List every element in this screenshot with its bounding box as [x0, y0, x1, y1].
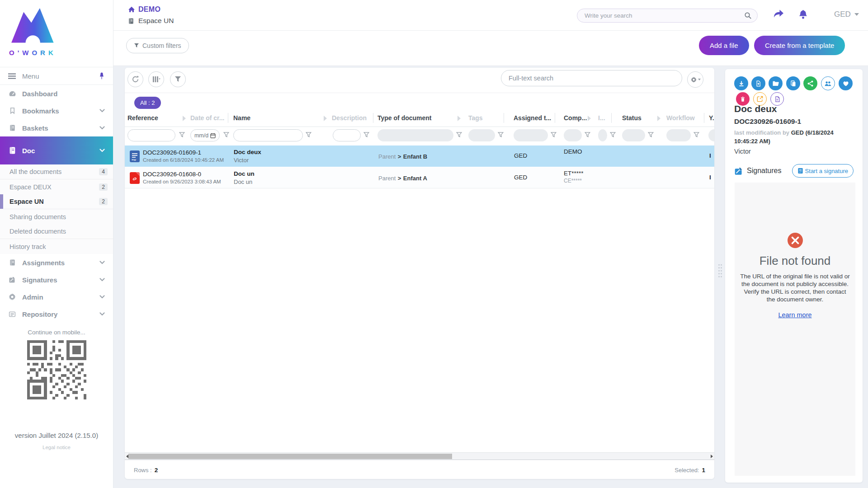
submenu-espace-un[interactable]: Espace UN 2: [0, 194, 113, 209]
sort-arrow-icon[interactable]: [657, 116, 660, 121]
panel-resize-handle[interactable]: [718, 263, 722, 278]
column-header-workflow[interactable]: Workflow: [666, 114, 695, 122]
chevron-down-icon: [99, 109, 105, 113]
sidebar-item-assignments[interactable]: Assignments: [0, 254, 113, 271]
scrollbar-thumb[interactable]: [128, 454, 452, 459]
funnel-icon[interactable]: [585, 132, 590, 138]
sidebar-item-doc[interactable]: Doc: [0, 136, 113, 164]
column-header-date[interactable]: Date of cr...: [190, 114, 224, 122]
sort-arrow-icon[interactable]: [324, 116, 327, 121]
breadcrumb[interactable]: DEMO: [128, 5, 160, 14]
sidebar-menu-toggle[interactable]: Menu: [0, 67, 113, 85]
scroll-right-icon[interactable]: [711, 455, 713, 458]
funnel-icon[interactable]: [648, 132, 654, 138]
gear-icon: [8, 293, 16, 300]
sidebar-item-repository[interactable]: Repository: [0, 305, 113, 323]
divider: [373, 113, 373, 123]
submenu-history-track[interactable]: History track: [0, 239, 113, 254]
row-created: Created on 6/18/2024 10:45:22 AM: [143, 157, 224, 163]
open-folder-button[interactable]: [769, 76, 783, 90]
start-signature-button[interactable]: Start a signature: [792, 164, 854, 178]
space-breadcrumb: Espace UN: [128, 17, 174, 25]
sidebar-item-baskets[interactable]: Baskets: [0, 119, 113, 136]
funnel-icon[interactable]: [456, 132, 462, 138]
column-header-name[interactable]: Name: [233, 114, 250, 122]
users-button[interactable]: [821, 76, 835, 90]
favorite-heart-button[interactable]: [839, 76, 853, 90]
global-search-input[interactable]: [585, 12, 744, 19]
filter-description-input[interactable]: [333, 130, 360, 141]
panel-last-modification: last modification by GED (6/18/2024 10:4…: [734, 128, 854, 145]
download-button[interactable]: [734, 76, 748, 90]
pin-icon[interactable]: [99, 72, 105, 80]
search-icon[interactable]: [744, 12, 752, 19]
funnel-icon[interactable]: [498, 132, 504, 138]
calendar-icon[interactable]: [210, 133, 216, 138]
sidebar-item-dashboard[interactable]: Dashboard: [0, 85, 113, 102]
sidebar-item-signatures[interactable]: Signatures: [0, 271, 113, 288]
custom-filters-button[interactable]: Custom filters: [126, 38, 189, 53]
row-edge-fragment: I: [709, 174, 711, 181]
refresh-button[interactable]: [127, 71, 143, 87]
add-file-button[interactable]: Add a file: [699, 36, 749, 55]
submenu-deleted-documents[interactable]: Deleted documents: [0, 224, 113, 239]
sidebar-item-admin[interactable]: Admin: [0, 288, 113, 305]
funnel-icon[interactable]: [693, 132, 699, 138]
filter-date[interactable]: mm/d: [190, 129, 220, 141]
upload-file-button[interactable]: [751, 76, 765, 90]
fulltext-search-input[interactable]: [509, 75, 675, 82]
table-row[interactable]: DOC230926-01608-0 Created on 9/26/2023 3…: [125, 167, 714, 188]
column-header-type[interactable]: Type of document: [377, 114, 432, 122]
file-not-found-title: File not found: [735, 254, 855, 268]
funnel-icon[interactable]: [306, 132, 311, 138]
app-root: O'WORK Menu Dashboard Bookmarks: [0, 0, 868, 488]
share-button[interactable]: [803, 76, 817, 90]
all-filter-pill[interactable]: All : 2: [134, 97, 161, 109]
divider: [611, 113, 612, 123]
funnel-icon[interactable]: [551, 132, 557, 138]
user-menu[interactable]: GED: [834, 10, 859, 19]
row-company: ET*****: [564, 170, 584, 177]
filter-reference-input[interactable]: [128, 130, 175, 141]
submenu-sharing-documents[interactable]: Sharing documents: [0, 209, 113, 224]
column-header-y[interactable]: Y...: [709, 114, 714, 122]
error-x-icon: [787, 232, 803, 250]
filter-workflow-disabled: [666, 129, 691, 141]
panel-author: Victor: [734, 148, 751, 155]
funnel-icon[interactable]: [223, 132, 229, 138]
notification-bell-icon[interactable]: [798, 9, 808, 20]
filter-name-input[interactable]: [234, 130, 302, 141]
submenu-all-documents[interactable]: All the documents 4: [0, 164, 113, 179]
funnel-icon[interactable]: [179, 132, 185, 138]
column-header-reference[interactable]: Reference: [127, 114, 158, 122]
column-header-description[interactable]: Description: [332, 114, 367, 122]
sidebar-item-bookmarks[interactable]: Bookmarks: [0, 102, 113, 119]
create-from-template-button[interactable]: Create from a template: [754, 36, 845, 55]
filter-i-disabled: [598, 129, 607, 141]
signature-icon: [8, 276, 16, 283]
selected-label: Selected:: [675, 467, 699, 474]
row-name: Doc un: [234, 170, 255, 177]
column-header-status[interactable]: Status: [622, 114, 642, 122]
funnel-icon[interactable]: [610, 132, 616, 138]
column-header-tags[interactable]: Tags: [468, 114, 483, 122]
column-header-i[interactable]: I...: [598, 114, 605, 122]
copy-button[interactable]: [786, 76, 800, 90]
submenu-espace-deux[interactable]: Espace DEUX 2: [0, 179, 113, 194]
table-row[interactable]: ≡w DOC230926-01609-1 Created on 6/18/202…: [125, 145, 714, 167]
document-preview: File not found The URL of the original f…: [735, 183, 855, 476]
table-settings-button[interactable]: [687, 71, 703, 88]
share-forward-icon[interactable]: [773, 9, 784, 19]
funnel-icon[interactable]: [363, 132, 369, 138]
columns-button[interactable]: [148, 71, 164, 87]
filter-button[interactable]: [170, 71, 186, 87]
sort-arrow-icon[interactable]: [458, 116, 461, 121]
horizontal-scrollbar[interactable]: [125, 452, 714, 460]
sort-arrow-icon[interactable]: [183, 116, 186, 121]
book-icon: [8, 124, 16, 131]
sort-arrow-icon[interactable]: [588, 116, 591, 121]
legal-notice-link[interactable]: Legal notice: [0, 445, 113, 450]
column-header-company[interactable]: Comp...: [564, 114, 587, 122]
learn-more-link[interactable]: Learn more: [778, 311, 811, 319]
column-header-assigned[interactable]: Assigned t...: [514, 114, 551, 122]
